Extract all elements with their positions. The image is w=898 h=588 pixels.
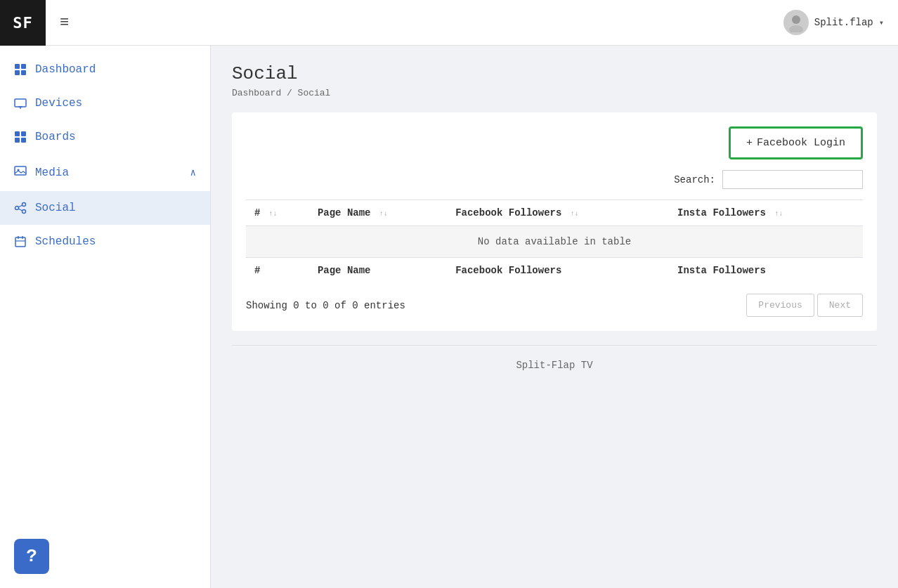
sidebar-item-schedules-label: Schedules [35, 235, 96, 248]
col-fb-label: Facebook Followers [455, 207, 561, 218]
content-inner: Social Dashboard / Social + Facebook Log… [211, 46, 898, 403]
table-empty-row: No data available in table [246, 226, 863, 258]
svg-point-17 [22, 210, 26, 214]
pagination-row: Showing 0 to 0 of 0 entries Previous Nex… [246, 294, 863, 317]
footer-col-fb-followers: Facebook Followers [447, 258, 669, 284]
col-page-name[interactable]: Page Name ↑↓ [309, 200, 447, 226]
svg-rect-9 [15, 131, 20, 136]
sidebar-nav: Dashboard Devices [0, 46, 210, 259]
sidebar: Dashboard Devices [0, 46, 211, 588]
next-button[interactable]: Next [817, 294, 863, 317]
main-layout: Dashboard Devices [0, 46, 898, 588]
logo-s: S [13, 14, 22, 32]
table-head: # ↑↓ Page Name ↑↓ Facebook Followers ↑↓ [246, 200, 863, 226]
user-dropdown-arrow-icon: ▾ [879, 18, 884, 28]
svg-rect-5 [21, 70, 26, 75]
user-menu[interactable]: Split.flap ▾ [783, 10, 884, 35]
sidebar-item-devices-label: Devices [35, 97, 82, 110]
media-icon [14, 164, 27, 181]
svg-rect-4 [15, 70, 20, 75]
col-page-sort-icon: ↑↓ [379, 210, 388, 218]
table-footer-row: # Page Name Facebook Followers Insta Fol… [246, 258, 863, 284]
col-hash-sort-icon: ↑↓ [269, 210, 278, 218]
social-card: + Facebook Login Search: # ↑↓ [232, 112, 877, 331]
col-hash[interactable]: # ↑↓ [246, 200, 309, 226]
card-header-row: + Facebook Login [246, 126, 863, 170]
facebook-login-text: Facebook Login [757, 137, 845, 149]
sidebar-item-media-left: Media [14, 164, 69, 181]
sidebar-item-media[interactable]: Media ∧ [0, 154, 210, 191]
svg-line-18 [18, 205, 22, 207]
footer-col-page-name: Page Name [309, 258, 447, 284]
logo: SF [0, 0, 46, 46]
col-fb-followers[interactable]: Facebook Followers ↑↓ [447, 200, 669, 226]
svg-point-16 [15, 207, 19, 210]
avatar [783, 10, 809, 35]
main-content: Social Dashboard / Social + Facebook Log… [211, 46, 898, 588]
col-insta-sort-icon: ↑↓ [774, 210, 783, 218]
svg-line-19 [18, 209, 22, 211]
empty-message: No data available in table [246, 226, 863, 258]
schedules-icon [14, 235, 27, 248]
svg-rect-10 [21, 131, 26, 136]
hamburger-menu[interactable]: ≡ [60, 14, 69, 32]
logo-f: F [23, 14, 33, 32]
social-table: # ↑↓ Page Name ↑↓ Facebook Followers ↑↓ [246, 200, 863, 283]
facebook-login-plus-icon: + [746, 137, 753, 149]
sidebar-item-boards-label: Boards [35, 131, 76, 143]
footer-col-insta-followers: Insta Followers [669, 258, 863, 284]
user-name-label: Split.flap [814, 17, 873, 28]
col-fb-sort-icon: ↑↓ [571, 210, 579, 218]
sidebar-item-social-label: Social [35, 202, 76, 214]
search-row: Search: [246, 170, 863, 189]
svg-rect-2 [15, 64, 20, 69]
dashboard-icon [14, 63, 27, 76]
sidebar-item-media-label: Media [35, 166, 69, 179]
footer-text: Split-Flap TV [516, 360, 592, 371]
sidebar-item-schedules[interactable]: Schedules [0, 225, 210, 259]
help-button[interactable]: ? [14, 539, 49, 574]
sidebar-item-dashboard[interactable]: Dashboard [0, 53, 210, 86]
page-title: Social [232, 63, 877, 84]
breadcrumb: Dashboard / Social [232, 88, 877, 98]
sidebar-item-dashboard-label: Dashboard [35, 63, 96, 76]
pagination-buttons: Previous Next [746, 294, 863, 317]
media-collapse-icon: ∧ [190, 166, 196, 178]
svg-rect-13 [15, 166, 26, 175]
col-hash-label: # [254, 207, 260, 218]
sidebar-item-devices[interactable]: Devices [0, 86, 210, 120]
svg-rect-3 [21, 64, 26, 69]
svg-rect-11 [15, 138, 20, 143]
svg-point-0 [792, 15, 800, 24]
table-body: No data available in table [246, 226, 863, 258]
table-foot: # Page Name Facebook Followers Insta Fol… [246, 258, 863, 284]
svg-rect-20 [15, 237, 25, 247]
top-header: SF ≡ Split.flap ▾ [0, 0, 898, 46]
svg-point-15 [22, 203, 26, 207]
social-icon [14, 202, 27, 214]
footer: Split-Flap TV [232, 345, 877, 385]
sidebar-item-social[interactable]: Social [0, 191, 210, 225]
boards-icon [14, 131, 27, 143]
col-page-name-label: Page Name [318, 207, 371, 218]
svg-point-1 [789, 25, 803, 32]
col-insta-label: Insta Followers [677, 207, 766, 218]
search-label: Search: [674, 174, 715, 185]
footer-col-hash: # [246, 258, 309, 284]
devices-icon [14, 97, 27, 110]
col-insta-followers[interactable]: Insta Followers ↑↓ [669, 200, 863, 226]
table-header-row: # ↑↓ Page Name ↑↓ Facebook Followers ↑↓ [246, 200, 863, 226]
entries-info: Showing 0 to 0 of 0 entries [246, 300, 405, 311]
search-input[interactable] [722, 170, 863, 189]
previous-button[interactable]: Previous [746, 294, 814, 317]
svg-rect-12 [21, 138, 26, 143]
svg-rect-6 [15, 99, 26, 107]
facebook-login-button[interactable]: + Facebook Login [729, 126, 863, 159]
sidebar-item-boards[interactable]: Boards [0, 120, 210, 154]
